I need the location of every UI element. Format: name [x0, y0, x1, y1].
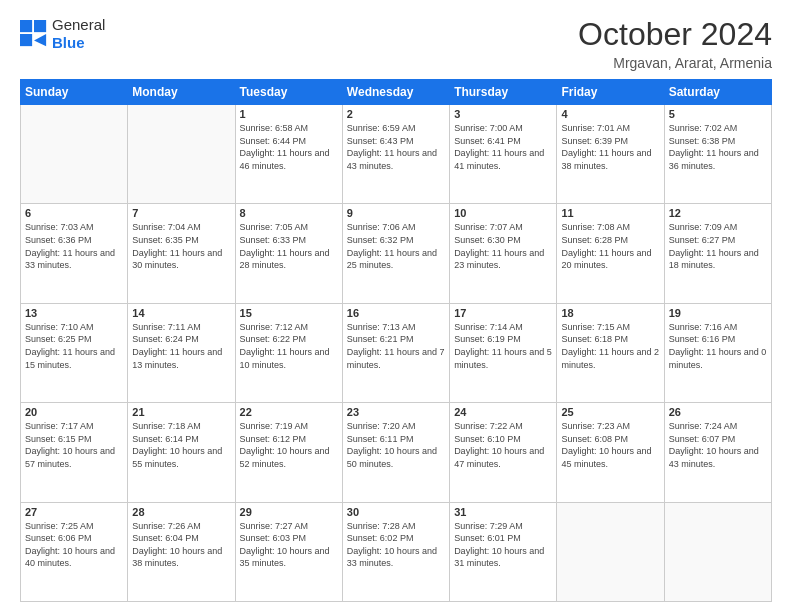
header: General Blue October 2024 Mrgavan, Arara…	[20, 16, 772, 71]
table-row	[557, 502, 664, 601]
table-row: 19Sunrise: 7:16 AMSunset: 6:16 PMDayligh…	[664, 303, 771, 402]
day-info: Sunrise: 7:20 AMSunset: 6:11 PMDaylight:…	[347, 420, 445, 470]
table-row: 7Sunrise: 7:04 AMSunset: 6:35 PMDaylight…	[128, 204, 235, 303]
day-info: Sunrise: 7:12 AMSunset: 6:22 PMDaylight:…	[240, 321, 338, 371]
table-row: 31Sunrise: 7:29 AMSunset: 6:01 PMDayligh…	[450, 502, 557, 601]
col-tuesday: Tuesday	[235, 80, 342, 105]
day-number: 27	[25, 506, 123, 518]
col-friday: Friday	[557, 80, 664, 105]
day-info: Sunrise: 7:24 AMSunset: 6:07 PMDaylight:…	[669, 420, 767, 470]
table-row: 1Sunrise: 6:58 AMSunset: 6:44 PMDaylight…	[235, 105, 342, 204]
day-number: 15	[240, 307, 338, 319]
day-info: Sunrise: 7:04 AMSunset: 6:35 PMDaylight:…	[132, 221, 230, 271]
col-monday: Monday	[128, 80, 235, 105]
table-row: 12Sunrise: 7:09 AMSunset: 6:27 PMDayligh…	[664, 204, 771, 303]
day-number: 8	[240, 207, 338, 219]
day-info: Sunrise: 7:29 AMSunset: 6:01 PMDaylight:…	[454, 520, 552, 570]
location: Mrgavan, Ararat, Armenia	[578, 55, 772, 71]
table-row: 22Sunrise: 7:19 AMSunset: 6:12 PMDayligh…	[235, 403, 342, 502]
day-info: Sunrise: 6:58 AMSunset: 6:44 PMDaylight:…	[240, 122, 338, 172]
day-info: Sunrise: 7:26 AMSunset: 6:04 PMDaylight:…	[132, 520, 230, 570]
table-row: 24Sunrise: 7:22 AMSunset: 6:10 PMDayligh…	[450, 403, 557, 502]
logo-general: General	[52, 16, 105, 34]
day-info: Sunrise: 7:25 AMSunset: 6:06 PMDaylight:…	[25, 520, 123, 570]
logo-icon	[20, 20, 48, 48]
day-number: 25	[561, 406, 659, 418]
day-number: 21	[132, 406, 230, 418]
day-number: 3	[454, 108, 552, 120]
day-number: 29	[240, 506, 338, 518]
day-info: Sunrise: 7:28 AMSunset: 6:02 PMDaylight:…	[347, 520, 445, 570]
day-number: 20	[25, 406, 123, 418]
day-info: Sunrise: 7:08 AMSunset: 6:28 PMDaylight:…	[561, 221, 659, 271]
day-number: 5	[669, 108, 767, 120]
day-number: 22	[240, 406, 338, 418]
table-row: 25Sunrise: 7:23 AMSunset: 6:08 PMDayligh…	[557, 403, 664, 502]
svg-marker-3	[34, 34, 46, 46]
table-row: 2Sunrise: 6:59 AMSunset: 6:43 PMDaylight…	[342, 105, 449, 204]
table-row: 6Sunrise: 7:03 AMSunset: 6:36 PMDaylight…	[21, 204, 128, 303]
month-title: October 2024	[578, 16, 772, 53]
day-number: 10	[454, 207, 552, 219]
table-row: 27Sunrise: 7:25 AMSunset: 6:06 PMDayligh…	[21, 502, 128, 601]
calendar-week-row: 6Sunrise: 7:03 AMSunset: 6:36 PMDaylight…	[21, 204, 772, 303]
day-number: 23	[347, 406, 445, 418]
day-info: Sunrise: 7:23 AMSunset: 6:08 PMDaylight:…	[561, 420, 659, 470]
table-row: 4Sunrise: 7:01 AMSunset: 6:39 PMDaylight…	[557, 105, 664, 204]
day-info: Sunrise: 7:27 AMSunset: 6:03 PMDaylight:…	[240, 520, 338, 570]
day-info: Sunrise: 7:11 AMSunset: 6:24 PMDaylight:…	[132, 321, 230, 371]
day-info: Sunrise: 7:22 AMSunset: 6:10 PMDaylight:…	[454, 420, 552, 470]
day-number: 13	[25, 307, 123, 319]
day-number: 24	[454, 406, 552, 418]
day-info: Sunrise: 7:00 AMSunset: 6:41 PMDaylight:…	[454, 122, 552, 172]
title-area: October 2024 Mrgavan, Ararat, Armenia	[578, 16, 772, 71]
logo: General Blue	[20, 16, 105, 52]
calendar-header-row: Sunday Monday Tuesday Wednesday Thursday…	[21, 80, 772, 105]
table-row: 23Sunrise: 7:20 AMSunset: 6:11 PMDayligh…	[342, 403, 449, 502]
table-row: 17Sunrise: 7:14 AMSunset: 6:19 PMDayligh…	[450, 303, 557, 402]
day-info: Sunrise: 7:14 AMSunset: 6:19 PMDaylight:…	[454, 321, 552, 371]
day-number: 14	[132, 307, 230, 319]
table-row: 14Sunrise: 7:11 AMSunset: 6:24 PMDayligh…	[128, 303, 235, 402]
day-info: Sunrise: 7:16 AMSunset: 6:16 PMDaylight:…	[669, 321, 767, 371]
table-row: 8Sunrise: 7:05 AMSunset: 6:33 PMDaylight…	[235, 204, 342, 303]
table-row: 5Sunrise: 7:02 AMSunset: 6:38 PMDaylight…	[664, 105, 771, 204]
table-row	[21, 105, 128, 204]
day-info: Sunrise: 7:15 AMSunset: 6:18 PMDaylight:…	[561, 321, 659, 371]
day-info: Sunrise: 7:10 AMSunset: 6:25 PMDaylight:…	[25, 321, 123, 371]
day-number: 1	[240, 108, 338, 120]
calendar-week-row: 1Sunrise: 6:58 AMSunset: 6:44 PMDaylight…	[21, 105, 772, 204]
day-info: Sunrise: 7:03 AMSunset: 6:36 PMDaylight:…	[25, 221, 123, 271]
col-thursday: Thursday	[450, 80, 557, 105]
day-number: 18	[561, 307, 659, 319]
logo-text: General Blue	[52, 16, 105, 52]
day-number: 17	[454, 307, 552, 319]
table-row: 3Sunrise: 7:00 AMSunset: 6:41 PMDaylight…	[450, 105, 557, 204]
table-row	[664, 502, 771, 601]
day-number: 16	[347, 307, 445, 319]
table-row: 16Sunrise: 7:13 AMSunset: 6:21 PMDayligh…	[342, 303, 449, 402]
calendar-table: Sunday Monday Tuesday Wednesday Thursday…	[20, 79, 772, 602]
table-row: 11Sunrise: 7:08 AMSunset: 6:28 PMDayligh…	[557, 204, 664, 303]
day-number: 31	[454, 506, 552, 518]
col-sunday: Sunday	[21, 80, 128, 105]
table-row: 28Sunrise: 7:26 AMSunset: 6:04 PMDayligh…	[128, 502, 235, 601]
day-info: Sunrise: 7:07 AMSunset: 6:30 PMDaylight:…	[454, 221, 552, 271]
col-saturday: Saturday	[664, 80, 771, 105]
table-row: 29Sunrise: 7:27 AMSunset: 6:03 PMDayligh…	[235, 502, 342, 601]
day-info: Sunrise: 7:18 AMSunset: 6:14 PMDaylight:…	[132, 420, 230, 470]
day-info: Sunrise: 7:09 AMSunset: 6:27 PMDaylight:…	[669, 221, 767, 271]
day-number: 4	[561, 108, 659, 120]
table-row	[128, 105, 235, 204]
calendar-week-row: 20Sunrise: 7:17 AMSunset: 6:15 PMDayligh…	[21, 403, 772, 502]
calendar-week-row: 27Sunrise: 7:25 AMSunset: 6:06 PMDayligh…	[21, 502, 772, 601]
day-info: Sunrise: 7:01 AMSunset: 6:39 PMDaylight:…	[561, 122, 659, 172]
day-number: 2	[347, 108, 445, 120]
table-row: 10Sunrise: 7:07 AMSunset: 6:30 PMDayligh…	[450, 204, 557, 303]
table-row: 18Sunrise: 7:15 AMSunset: 6:18 PMDayligh…	[557, 303, 664, 402]
day-info: Sunrise: 7:19 AMSunset: 6:12 PMDaylight:…	[240, 420, 338, 470]
day-number: 7	[132, 207, 230, 219]
day-info: Sunrise: 7:05 AMSunset: 6:33 PMDaylight:…	[240, 221, 338, 271]
svg-rect-1	[34, 20, 46, 32]
svg-rect-2	[20, 34, 32, 46]
